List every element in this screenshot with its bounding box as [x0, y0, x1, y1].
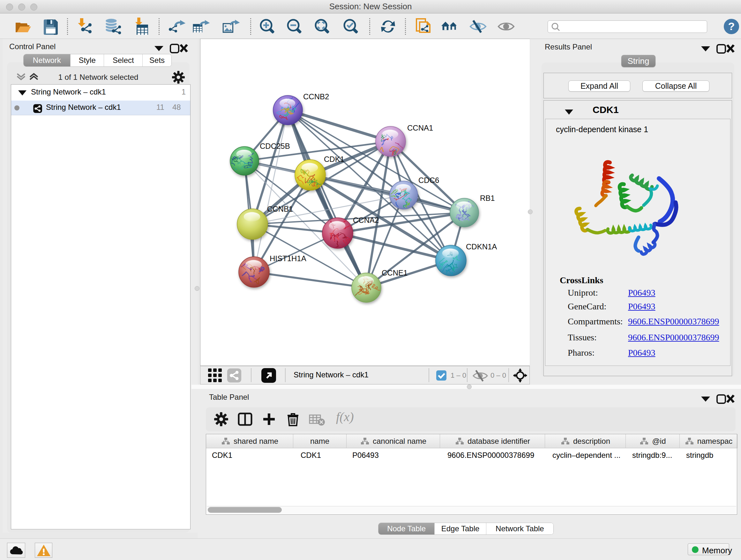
svg-text:HIST1H1A: HIST1H1A	[270, 254, 307, 263]
svg-text:CCNB2: CCNB2	[303, 92, 329, 101]
svg-text:CCNE1: CCNE1	[382, 268, 408, 277]
svg-text:CCNB1: CCNB1	[267, 205, 293, 213]
svg-text:?: ?	[728, 20, 735, 32]
svg-text:CDK1: CDK1	[324, 155, 344, 164]
svg-text:CDC6: CDC6	[418, 176, 439, 185]
svg-text:CDC25B: CDC25B	[260, 142, 290, 150]
svg-text:RB1: RB1	[480, 194, 495, 202]
svg-text:CCNA1: CCNA1	[407, 124, 433, 132]
svg-text:CCNA2: CCNA2	[353, 216, 379, 225]
svg-text:CDKN1A: CDKN1A	[466, 242, 497, 251]
